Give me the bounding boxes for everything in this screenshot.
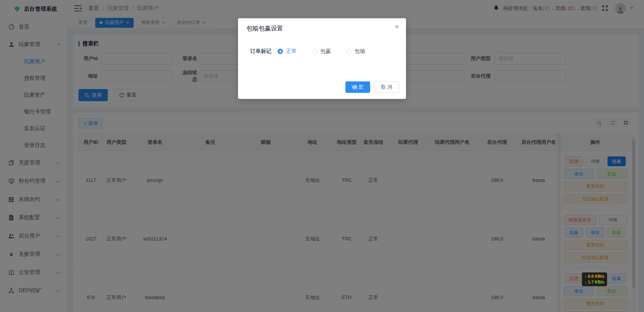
radio-label: 包输 <box>355 48 365 55</box>
radio-normal[interactable]: 正常 <box>278 48 297 55</box>
close-icon[interactable]: × <box>395 23 399 30</box>
network-speed-tooltip: ↑ 0.0 KB/s ↓ 1.7 KB/s <box>582 272 607 286</box>
modal-footer: 确 定 取 消 <box>345 81 399 93</box>
radio-icon <box>278 49 283 54</box>
radio-label: 包赢 <box>320 48 331 55</box>
modal-title: 包输包赢设置 <box>238 18 406 33</box>
winlose-settings-modal: 包输包赢设置 × 订单标记 正常 包赢 包输 确 定 取 消 <box>238 18 406 99</box>
admin-page: 后台管理系统 首页 玩家管理 玩家用户 授权管理 玩家资产 银行卡管理 实名认证… <box>0 0 644 312</box>
order-mark-label: 订单标记 <box>250 48 272 55</box>
radio-icon <box>346 49 352 54</box>
modal-body: 订单标记 正常 包赢 包输 <box>238 48 406 55</box>
upload-speed: ↑ 0.0 KB/s <box>585 274 604 279</box>
radio-guaranteed-lose[interactable]: 包输 <box>346 48 365 55</box>
radio-icon <box>312 49 317 54</box>
order-mark-field: 订单标记 正常 包赢 包输 <box>250 48 394 55</box>
cancel-button[interactable]: 取 消 <box>374 81 399 93</box>
radio-guaranteed-win[interactable]: 包赢 <box>312 48 331 55</box>
download-speed: ↓ 1.7 KB/s <box>585 279 604 285</box>
confirm-button[interactable]: 确 定 <box>345 81 371 93</box>
radio-label: 正常 <box>286 48 297 55</box>
